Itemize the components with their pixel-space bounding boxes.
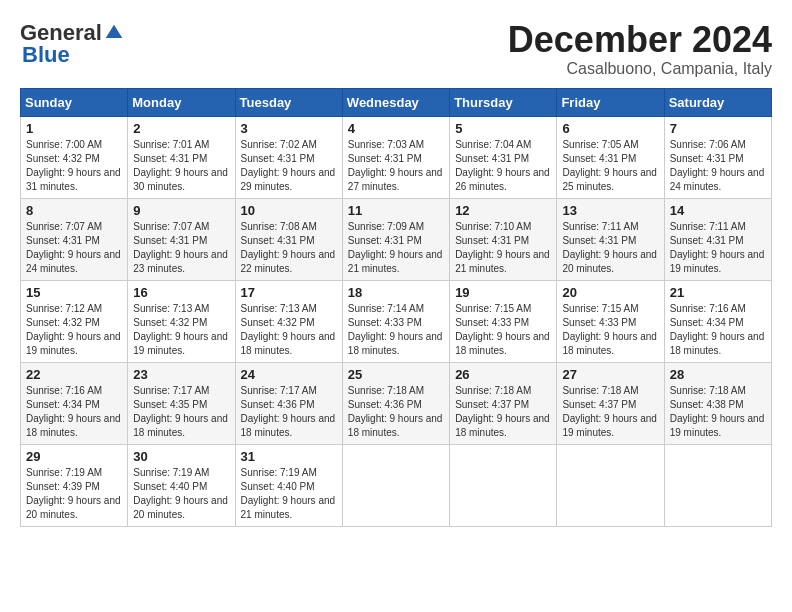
day-info: Sunrise: 7:13 AMSunset: 4:32 PMDaylight:… <box>241 302 337 358</box>
day-number: 14 <box>670 203 766 218</box>
calendar-day-cell: 7Sunrise: 7:06 AMSunset: 4:31 PMDaylight… <box>664 116 771 198</box>
calendar-day-cell: 28Sunrise: 7:18 AMSunset: 4:38 PMDayligh… <box>664 362 771 444</box>
day-info: Sunrise: 7:15 AMSunset: 4:33 PMDaylight:… <box>455 302 551 358</box>
day-info: Sunrise: 7:17 AMSunset: 4:36 PMDaylight:… <box>241 384 337 440</box>
day-info: Sunrise: 7:18 AMSunset: 4:38 PMDaylight:… <box>670 384 766 440</box>
location-title: Casalbuono, Campania, Italy <box>508 60 772 78</box>
calendar-day-cell: 3Sunrise: 7:02 AMSunset: 4:31 PMDaylight… <box>235 116 342 198</box>
day-info: Sunrise: 7:17 AMSunset: 4:35 PMDaylight:… <box>133 384 229 440</box>
day-info: Sunrise: 7:01 AMSunset: 4:31 PMDaylight:… <box>133 138 229 194</box>
day-number: 24 <box>241 367 337 382</box>
day-info: Sunrise: 7:03 AMSunset: 4:31 PMDaylight:… <box>348 138 444 194</box>
day-number: 29 <box>26 449 122 464</box>
calendar-day-cell <box>450 444 557 526</box>
calendar-day-cell: 29Sunrise: 7:19 AMSunset: 4:39 PMDayligh… <box>21 444 128 526</box>
calendar-week-row: 15Sunrise: 7:12 AMSunset: 4:32 PMDayligh… <box>21 280 772 362</box>
calendar-day-cell: 23Sunrise: 7:17 AMSunset: 4:35 PMDayligh… <box>128 362 235 444</box>
day-info: Sunrise: 7:05 AMSunset: 4:31 PMDaylight:… <box>562 138 658 194</box>
day-number: 22 <box>26 367 122 382</box>
calendar-day-cell: 27Sunrise: 7:18 AMSunset: 4:37 PMDayligh… <box>557 362 664 444</box>
day-info: Sunrise: 7:14 AMSunset: 4:33 PMDaylight:… <box>348 302 444 358</box>
calendar-day-header: Tuesday <box>235 88 342 116</box>
calendar-day-cell: 21Sunrise: 7:16 AMSunset: 4:34 PMDayligh… <box>664 280 771 362</box>
day-number: 28 <box>670 367 766 382</box>
day-info: Sunrise: 7:19 AMSunset: 4:39 PMDaylight:… <box>26 466 122 522</box>
day-number: 8 <box>26 203 122 218</box>
calendar-day-cell: 10Sunrise: 7:08 AMSunset: 4:31 PMDayligh… <box>235 198 342 280</box>
calendar-header-row: SundayMondayTuesdayWednesdayThursdayFrid… <box>21 88 772 116</box>
day-info: Sunrise: 7:07 AMSunset: 4:31 PMDaylight:… <box>133 220 229 276</box>
day-info: Sunrise: 7:11 AMSunset: 4:31 PMDaylight:… <box>562 220 658 276</box>
day-number: 19 <box>455 285 551 300</box>
day-info: Sunrise: 7:09 AMSunset: 4:31 PMDaylight:… <box>348 220 444 276</box>
calendar-day-cell: 25Sunrise: 7:18 AMSunset: 4:36 PMDayligh… <box>342 362 449 444</box>
day-info: Sunrise: 7:18 AMSunset: 4:37 PMDaylight:… <box>562 384 658 440</box>
calendar-day-cell: 22Sunrise: 7:16 AMSunset: 4:34 PMDayligh… <box>21 362 128 444</box>
day-number: 27 <box>562 367 658 382</box>
day-number: 5 <box>455 121 551 136</box>
calendar-day-cell: 2Sunrise: 7:01 AMSunset: 4:31 PMDaylight… <box>128 116 235 198</box>
calendar-day-cell: 1Sunrise: 7:00 AMSunset: 4:32 PMDaylight… <box>21 116 128 198</box>
calendar-day-cell: 13Sunrise: 7:11 AMSunset: 4:31 PMDayligh… <box>557 198 664 280</box>
calendar-day-header: Friday <box>557 88 664 116</box>
calendar-day-cell: 26Sunrise: 7:18 AMSunset: 4:37 PMDayligh… <box>450 362 557 444</box>
day-number: 12 <box>455 203 551 218</box>
day-number: 2 <box>133 121 229 136</box>
calendar-day-cell: 6Sunrise: 7:05 AMSunset: 4:31 PMDaylight… <box>557 116 664 198</box>
day-info: Sunrise: 7:10 AMSunset: 4:31 PMDaylight:… <box>455 220 551 276</box>
calendar-day-cell: 12Sunrise: 7:10 AMSunset: 4:31 PMDayligh… <box>450 198 557 280</box>
calendar-day-cell: 9Sunrise: 7:07 AMSunset: 4:31 PMDaylight… <box>128 198 235 280</box>
page-header: General Blue December 2024 Casalbuono, C… <box>20 20 772 78</box>
day-info: Sunrise: 7:13 AMSunset: 4:32 PMDaylight:… <box>133 302 229 358</box>
day-number: 6 <box>562 121 658 136</box>
day-number: 20 <box>562 285 658 300</box>
calendar-day-cell: 11Sunrise: 7:09 AMSunset: 4:31 PMDayligh… <box>342 198 449 280</box>
day-number: 10 <box>241 203 337 218</box>
calendar-day-cell: 30Sunrise: 7:19 AMSunset: 4:40 PMDayligh… <box>128 444 235 526</box>
day-info: Sunrise: 7:15 AMSunset: 4:33 PMDaylight:… <box>562 302 658 358</box>
calendar-week-row: 8Sunrise: 7:07 AMSunset: 4:31 PMDaylight… <box>21 198 772 280</box>
calendar-day-cell <box>557 444 664 526</box>
calendar-day-cell: 20Sunrise: 7:15 AMSunset: 4:33 PMDayligh… <box>557 280 664 362</box>
calendar-day-cell: 19Sunrise: 7:15 AMSunset: 4:33 PMDayligh… <box>450 280 557 362</box>
logo-icon <box>104 23 124 43</box>
logo: General Blue <box>20 20 124 68</box>
logo-blue-text: Blue <box>22 42 70 67</box>
svg-marker-0 <box>106 25 123 38</box>
day-info: Sunrise: 7:11 AMSunset: 4:31 PMDaylight:… <box>670 220 766 276</box>
day-number: 23 <box>133 367 229 382</box>
day-number: 7 <box>670 121 766 136</box>
day-number: 26 <box>455 367 551 382</box>
calendar-day-cell: 4Sunrise: 7:03 AMSunset: 4:31 PMDaylight… <box>342 116 449 198</box>
day-number: 17 <box>241 285 337 300</box>
calendar-day-header: Saturday <box>664 88 771 116</box>
calendar-day-cell: 14Sunrise: 7:11 AMSunset: 4:31 PMDayligh… <box>664 198 771 280</box>
day-number: 31 <box>241 449 337 464</box>
month-title: December 2024 <box>508 20 772 60</box>
day-number: 18 <box>348 285 444 300</box>
day-info: Sunrise: 7:16 AMSunset: 4:34 PMDaylight:… <box>670 302 766 358</box>
calendar-day-header: Monday <box>128 88 235 116</box>
day-number: 16 <box>133 285 229 300</box>
calendar-day-cell: 8Sunrise: 7:07 AMSunset: 4:31 PMDaylight… <box>21 198 128 280</box>
calendar-day-cell: 31Sunrise: 7:19 AMSunset: 4:40 PMDayligh… <box>235 444 342 526</box>
day-info: Sunrise: 7:19 AMSunset: 4:40 PMDaylight:… <box>133 466 229 522</box>
day-info: Sunrise: 7:02 AMSunset: 4:31 PMDaylight:… <box>241 138 337 194</box>
calendar-day-cell: 16Sunrise: 7:13 AMSunset: 4:32 PMDayligh… <box>128 280 235 362</box>
day-info: Sunrise: 7:00 AMSunset: 4:32 PMDaylight:… <box>26 138 122 194</box>
calendar-day-cell: 18Sunrise: 7:14 AMSunset: 4:33 PMDayligh… <box>342 280 449 362</box>
calendar-day-cell: 24Sunrise: 7:17 AMSunset: 4:36 PMDayligh… <box>235 362 342 444</box>
day-info: Sunrise: 7:07 AMSunset: 4:31 PMDaylight:… <box>26 220 122 276</box>
day-number: 3 <box>241 121 337 136</box>
calendar-day-header: Wednesday <box>342 88 449 116</box>
calendar-day-cell <box>664 444 771 526</box>
calendar-day-cell: 5Sunrise: 7:04 AMSunset: 4:31 PMDaylight… <box>450 116 557 198</box>
day-number: 1 <box>26 121 122 136</box>
day-info: Sunrise: 7:18 AMSunset: 4:37 PMDaylight:… <box>455 384 551 440</box>
calendar-day-cell: 17Sunrise: 7:13 AMSunset: 4:32 PMDayligh… <box>235 280 342 362</box>
day-info: Sunrise: 7:06 AMSunset: 4:31 PMDaylight:… <box>670 138 766 194</box>
day-info: Sunrise: 7:16 AMSunset: 4:34 PMDaylight:… <box>26 384 122 440</box>
day-number: 13 <box>562 203 658 218</box>
calendar-table: SundayMondayTuesdayWednesdayThursdayFrid… <box>20 88 772 527</box>
calendar-week-row: 1Sunrise: 7:00 AMSunset: 4:32 PMDaylight… <box>21 116 772 198</box>
